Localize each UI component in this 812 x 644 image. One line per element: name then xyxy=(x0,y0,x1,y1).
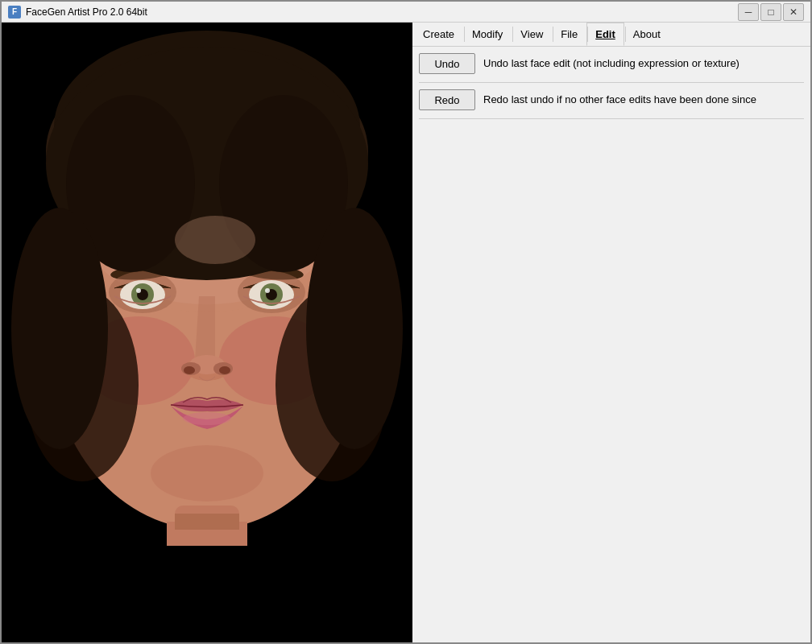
svg-point-28 xyxy=(151,445,263,502)
app-icon: F xyxy=(8,6,21,19)
window-title: FaceGen Artist Pro 2.0 64bit xyxy=(26,6,738,18)
menu-edit[interactable]: Edit xyxy=(586,23,624,46)
main-window: F FaceGen Artist Pro 2.0 64bit ─ □ ✕ xyxy=(0,0,812,644)
minimize-button[interactable]: ─ xyxy=(738,3,759,21)
redo-description: Redo last undo if no other face edits ha… xyxy=(483,89,756,107)
title-bar: F FaceGen Artist Pro 2.0 64bit ─ □ ✕ xyxy=(2,2,810,23)
svg-point-27 xyxy=(183,412,231,425)
svg-rect-33 xyxy=(175,514,239,530)
close-button[interactable]: ✕ xyxy=(783,3,804,21)
maximize-button[interactable]: □ xyxy=(760,3,781,21)
svg-point-37 xyxy=(11,208,108,449)
window-controls: ─ □ ✕ xyxy=(738,3,804,21)
redo-button[interactable]: Redo xyxy=(419,89,475,110)
divider-1 xyxy=(419,82,804,83)
menu-modify[interactable]: Modify xyxy=(463,23,512,46)
right-panel: Create Modify View File Edit About Undo … xyxy=(412,23,810,642)
undo-description: Undo last face edit (not including expre… xyxy=(483,53,740,71)
menu-bar: Create Modify View File Edit About xyxy=(412,23,810,47)
redo-row: Redo Redo last undo if no other face edi… xyxy=(419,89,804,110)
edit-content: Undo Undo last face edit (not including … xyxy=(412,47,810,642)
menu-create[interactable]: Create xyxy=(414,23,463,46)
menu-file[interactable]: File xyxy=(552,23,586,46)
svg-point-26 xyxy=(219,366,230,374)
divider-2 xyxy=(419,118,804,119)
svg-point-25 xyxy=(184,366,195,374)
svg-point-38 xyxy=(306,208,403,449)
menu-about[interactable]: About xyxy=(624,23,669,46)
svg-rect-40 xyxy=(2,546,412,642)
undo-button[interactable]: Undo xyxy=(419,53,475,74)
face-viewport xyxy=(2,23,412,642)
face-svg xyxy=(2,23,412,642)
svg-point-20 xyxy=(265,288,270,293)
svg-point-39 xyxy=(175,216,255,264)
content-area: Create Modify View File Edit About Undo … xyxy=(2,23,810,642)
menu-view[interactable]: View xyxy=(512,23,552,46)
undo-row: Undo Undo last face edit (not including … xyxy=(419,53,804,74)
svg-point-19 xyxy=(136,288,141,293)
